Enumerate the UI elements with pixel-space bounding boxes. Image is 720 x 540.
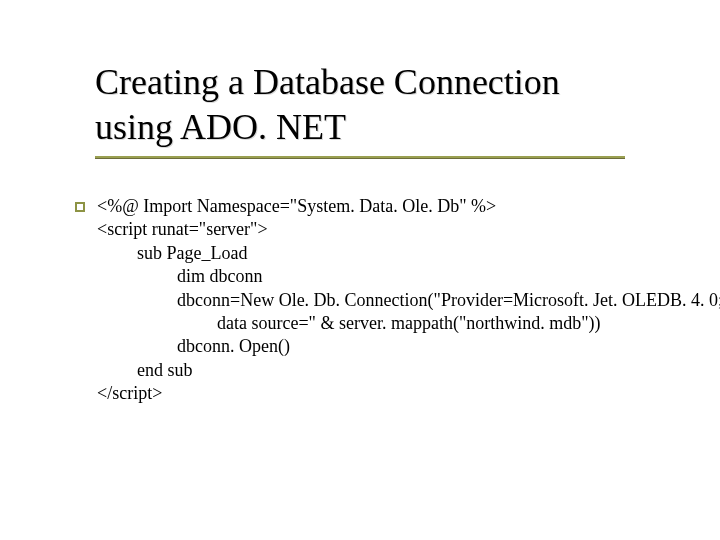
code-text: dim dbconn (97, 265, 690, 288)
code-line: sub Page_Load (75, 242, 690, 265)
code-text: dbconn. Open() (97, 335, 690, 358)
code-text: </script> (97, 382, 690, 405)
code-text: sub Page_Load (97, 242, 690, 265)
title-block: Creating a Database Connection using ADO… (95, 60, 660, 159)
code-text: end sub (97, 359, 690, 382)
slide: Creating a Database Connection using ADO… (0, 0, 720, 540)
title-line-2: using ADO. NET (95, 107, 346, 147)
code-text: <script runat="server"> (97, 218, 690, 241)
code-line: end sub (75, 359, 690, 382)
code-line: dbconn. Open() (75, 335, 690, 358)
bullet-col (75, 195, 97, 218)
code-line: <script runat="server"> (75, 218, 690, 241)
slide-title: Creating a Database Connection using ADO… (95, 60, 660, 150)
code-line: <%@ Import Namespace="System. Data. Ole.… (75, 195, 690, 218)
code-text: dbconn=New Ole. Db. Connection("Provider… (97, 289, 720, 312)
title-line-1: Creating a Database Connection (95, 62, 560, 102)
code-text: <%@ Import Namespace="System. Data. Ole.… (97, 195, 690, 218)
code-line: </script> (75, 382, 690, 405)
code-text: data source=" & server. mappath("northwi… (97, 312, 690, 335)
code-line: dim dbconn (75, 265, 690, 288)
code-line: dbconn=New Ole. Db. Connection("Provider… (75, 289, 690, 312)
square-bullet-icon (75, 202, 85, 212)
code-line: data source=" & server. mappath("northwi… (75, 312, 690, 335)
title-underline (95, 156, 625, 159)
code-block: <%@ Import Namespace="System. Data. Ole.… (75, 195, 690, 406)
